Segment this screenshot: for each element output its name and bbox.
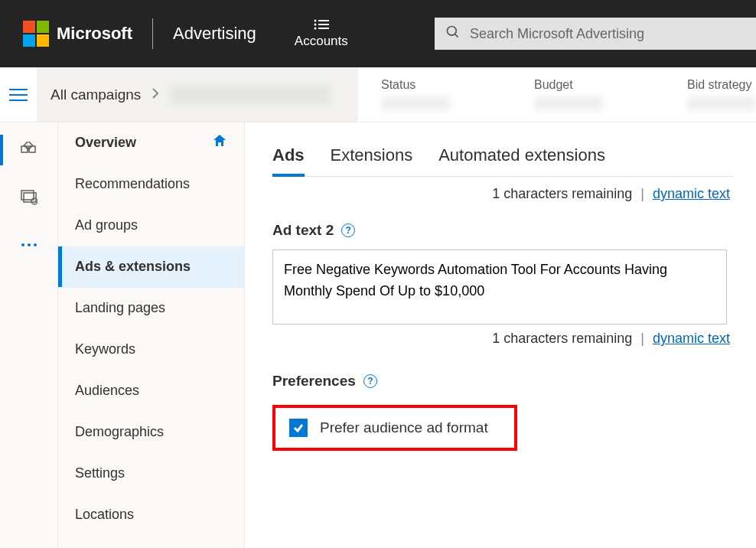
- svg-point-0: [314, 19, 316, 21]
- sidebar-item-label: Landing pages: [75, 300, 165, 316]
- preferences-label-row: Preferences ?: [272, 373, 733, 390]
- remaining-row-1: 1 characters remaining | dynamic text: [272, 186, 733, 202]
- ad-text-2-label-row: Ad text 2 ?: [272, 222, 733, 239]
- svg-point-19: [34, 243, 37, 246]
- side-nav: Overview Recommendations Ad groups Ads &…: [58, 122, 245, 548]
- sidebar-item-label: Recommendations: [75, 176, 190, 192]
- preferences-label: Preferences: [272, 373, 356, 390]
- sidebar-item-locations[interactable]: Locations: [58, 494, 244, 536]
- sidebar-item-overview[interactable]: Overview: [58, 122, 244, 164]
- sidebar-item-label: Overview: [75, 135, 136, 151]
- accounts-label: Accounts: [295, 34, 348, 49]
- stats-row: Status Budget Bid strategy: [358, 67, 756, 122]
- sidebar-item-ad-groups[interactable]: Ad groups: [58, 205, 244, 246]
- microsoft-logo-icon: [23, 21, 49, 47]
- help-icon[interactable]: ?: [341, 223, 355, 237]
- tab-ads[interactable]: Ads: [272, 141, 305, 176]
- help-icon[interactable]: ?: [363, 374, 377, 388]
- context-bar: All campaigns Status Budget Bid strategy: [0, 67, 756, 122]
- top-header: Microsoft Advertising Accounts: [0, 0, 756, 67]
- status-label: Status: [381, 78, 450, 92]
- product-name[interactable]: Advertising: [173, 24, 256, 44]
- budget-value-redacted: [534, 96, 603, 110]
- svg-point-17: [21, 243, 24, 246]
- icon-rail: [0, 122, 58, 548]
- sidebar-item-label: Audiences: [75, 383, 139, 399]
- sidebar-item-audiences[interactable]: Audiences: [58, 370, 244, 412]
- sidebar-item-label: Ads & extensions: [75, 259, 191, 275]
- hamburger-button[interactable]: [0, 67, 37, 122]
- svg-point-6: [448, 27, 457, 36]
- bid-stat: Bid strategy: [687, 78, 756, 110]
- svg-line-7: [455, 34, 458, 38]
- prefer-audience-label: Prefer audience ad format: [320, 419, 488, 436]
- ad-text-2-input[interactable]: [272, 250, 727, 325]
- svg-point-4: [314, 27, 316, 29]
- sidebar-item-label: Ad groups: [75, 217, 138, 233]
- rail-library-icon[interactable]: [14, 187, 44, 208]
- budget-label: Budget: [534, 78, 603, 92]
- bid-value-redacted: [687, 96, 756, 110]
- sidebar-item-label: Demographics: [75, 424, 164, 440]
- prefer-audience-highlight-box: Prefer audience ad format: [272, 405, 517, 451]
- tab-automated-extensions[interactable]: Automated extensions: [438, 141, 605, 176]
- status-stat: Status: [381, 78, 450, 110]
- svg-rect-12: [29, 146, 35, 152]
- rail-more-icon[interactable]: [14, 234, 44, 256]
- prefer-audience-checkbox[interactable]: [289, 419, 308, 437]
- svg-rect-3: [318, 24, 329, 25]
- dynamic-text-link[interactable]: dynamic text: [653, 331, 730, 346]
- sidebar-item-label: Locations: [75, 507, 134, 523]
- breadcrumb-root[interactable]: All campaigns: [51, 86, 141, 103]
- sidebar-item-keywords[interactable]: Keywords: [58, 329, 244, 370]
- ad-text-2-label: Ad text 2: [272, 222, 334, 239]
- sidebar-item-label: Settings: [75, 465, 125, 481]
- sidebar-item-settings[interactable]: Settings: [58, 453, 244, 494]
- breadcrumb-current-redacted: [170, 85, 331, 105]
- search-input[interactable]: [470, 26, 745, 42]
- svg-point-16: [31, 198, 37, 204]
- remaining-text: 1 characters remaining: [492, 186, 632, 201]
- svg-rect-11: [21, 146, 28, 152]
- remaining-text: 1 characters remaining: [492, 331, 632, 346]
- sidebar-item-label: Keywords: [75, 341, 135, 357]
- sidebar-item-recommendations[interactable]: Recommendations: [58, 164, 244, 205]
- sidebar-item-ads-extensions[interactable]: Ads & extensions: [58, 246, 244, 288]
- rail-apps-icon[interactable]: [14, 139, 44, 161]
- breadcrumb: All campaigns: [37, 67, 358, 122]
- svg-rect-1: [318, 20, 329, 21]
- tabs: Ads Extensions Automated extensions: [272, 141, 733, 177]
- budget-stat: Budget: [534, 78, 603, 110]
- main-content: Ads Extensions Automated extensions 1 ch…: [245, 122, 756, 548]
- accounts-dropdown[interactable]: Accounts: [295, 19, 348, 49]
- home-icon: [212, 133, 227, 152]
- sidebar-item-demographics[interactable]: Demographics: [58, 412, 244, 453]
- search-box[interactable]: [435, 18, 756, 50]
- sidebar-item-landing-pages[interactable]: Landing pages: [58, 288, 244, 329]
- dynamic-text-link[interactable]: dynamic text: [653, 186, 730, 201]
- list-icon: [313, 19, 330, 32]
- search-icon: [445, 24, 461, 43]
- pipe: |: [640, 331, 644, 346]
- svg-rect-5: [318, 28, 329, 29]
- brand-text: Microsoft: [57, 24, 132, 44]
- divider: [152, 18, 153, 49]
- tab-extensions[interactable]: Extensions: [331, 141, 413, 176]
- chevron-right-icon: [152, 86, 159, 103]
- remaining-row-2: 1 characters remaining | dynamic text: [272, 331, 733, 347]
- pipe: |: [640, 186, 644, 201]
- svg-point-2: [314, 23, 316, 25]
- brand: Microsoft: [23, 21, 132, 47]
- bid-label: Bid strategy: [687, 78, 756, 92]
- status-value-redacted: [381, 96, 450, 110]
- svg-point-18: [28, 243, 31, 246]
